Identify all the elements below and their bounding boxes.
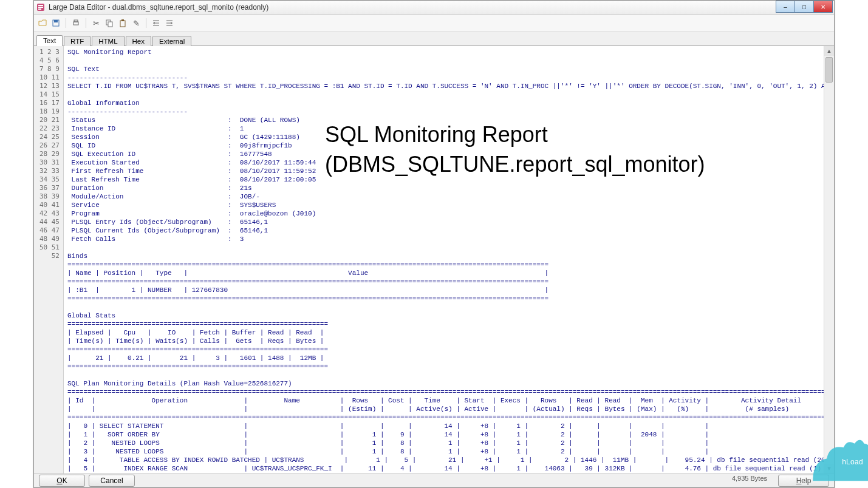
close-button[interactable]: ✕ — [813, 1, 833, 13]
copy-icon[interactable] — [104, 18, 114, 28]
toolbar-separator — [146, 18, 146, 28]
text-editor[interactable]: SQL Monitoring Report SQL Text ---------… — [64, 46, 824, 473]
help-button[interactable]: Help — [778, 475, 829, 487]
minimize-button[interactable]: – — [776, 1, 795, 13]
toolbar-separator — [86, 18, 86, 28]
app-icon — [36, 3, 45, 12]
indent-left-icon[interactable] — [151, 18, 161, 28]
svg-rect-3 — [38, 8, 41, 10]
tab-external[interactable]: External — [152, 36, 191, 46]
scroll-thumb[interactable] — [825, 57, 833, 83]
cut-icon[interactable]: ✂ — [91, 18, 101, 28]
tab-text[interactable]: Text — [36, 35, 63, 46]
status-right: 4,935 Bytes Help — [732, 475, 829, 487]
tab-strip: Text RTF HTML Hex External — [34, 32, 834, 46]
svg-rect-1 — [38, 5, 43, 6]
svg-rect-9 — [108, 22, 112, 27]
indent-right-icon[interactable] — [165, 18, 174, 28]
save-icon[interactable] — [51, 18, 61, 28]
tab-rtf[interactable]: RTF — [64, 36, 91, 46]
toolbar: ✂ ✎ — [34, 15, 834, 32]
bytes-label: 4,935 Bytes — [732, 475, 767, 487]
ok-button[interactable]: OK — [39, 475, 85, 487]
tab-html[interactable]: HTML — [92, 36, 124, 46]
svg-rect-7 — [74, 20, 78, 22]
scroll-up-icon[interactable]: ▲ — [824, 46, 834, 56]
edit-icon[interactable]: ✎ — [131, 18, 141, 28]
dialog-buttons: OK Cancel — [39, 475, 135, 487]
svg-rect-5 — [54, 20, 58, 22]
window-title: Large Data Editor - dual.dbms_sqltune.re… — [49, 3, 268, 12]
scroll-down-icon[interactable]: ▼ — [824, 464, 834, 473]
editor-window: Large Data Editor - dual.dbms_sqltune.re… — [33, 0, 835, 488]
status-bar: OK Cancel 4,935 Bytes Help — [34, 473, 834, 487]
line-gutter: 1 2 3 4 5 6 7 8 9 10 11 12 13 14 15 16 1… — [34, 46, 64, 473]
cancel-button[interactable]: Cancel — [89, 475, 135, 487]
svg-rect-11 — [121, 19, 124, 21]
vertical-scrollbar[interactable]: ▲ ▼ — [824, 46, 834, 473]
titlebar: Large Data Editor - dual.dbms_sqltune.re… — [34, 1, 834, 15]
maximize-button[interactable]: □ — [795, 1, 814, 13]
svg-rect-2 — [38, 7, 43, 8]
editor-body: 1 2 3 4 5 6 7 8 9 10 11 12 13 14 15 16 1… — [34, 46, 834, 473]
toolbar-separator — [66, 18, 66, 28]
window-buttons: – □ ✕ — [776, 1, 833, 13]
open-icon[interactable] — [38, 18, 47, 28]
paste-icon[interactable] — [118, 18, 128, 28]
svg-rect-10 — [120, 21, 125, 27]
watermark-label: hLoad — [842, 458, 863, 466]
tab-hex[interactable]: Hex — [126, 36, 151, 46]
print-icon[interactable] — [71, 18, 81, 28]
svg-rect-6 — [73, 22, 78, 25]
